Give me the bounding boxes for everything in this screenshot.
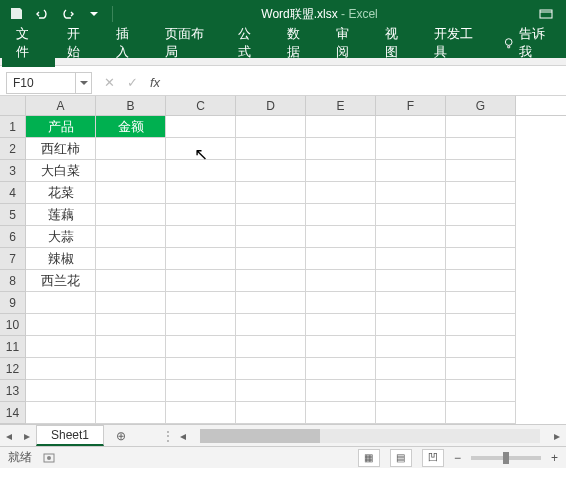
row-header[interactable]: 11 bbox=[0, 336, 26, 358]
row-header[interactable]: 1 bbox=[0, 116, 26, 138]
cell[interactable] bbox=[306, 292, 376, 314]
cell[interactable] bbox=[306, 138, 376, 160]
cell[interactable] bbox=[236, 226, 306, 248]
cell[interactable] bbox=[236, 204, 306, 226]
tab-review[interactable]: 审阅 bbox=[324, 19, 373, 67]
tab-view[interactable]: 视图 bbox=[373, 19, 422, 67]
cell[interactable]: 产品 bbox=[26, 116, 96, 138]
cell[interactable]: 大蒜 bbox=[26, 226, 96, 248]
cell[interactable] bbox=[96, 160, 166, 182]
cell[interactable] bbox=[446, 160, 516, 182]
cell[interactable] bbox=[96, 182, 166, 204]
cell[interactable] bbox=[26, 314, 96, 336]
cell[interactable] bbox=[446, 292, 516, 314]
cell[interactable] bbox=[446, 336, 516, 358]
add-sheet-icon[interactable]: ⊕ bbox=[110, 425, 132, 447]
cell[interactable]: 莲藕 bbox=[26, 204, 96, 226]
tab-home[interactable]: 开始 bbox=[55, 19, 104, 67]
zoom-slider-thumb[interactable] bbox=[503, 452, 509, 464]
cell[interactable] bbox=[96, 380, 166, 402]
column-header[interactable]: A bbox=[26, 96, 96, 115]
cell[interactable] bbox=[96, 138, 166, 160]
cell[interactable] bbox=[236, 248, 306, 270]
cell[interactable] bbox=[96, 336, 166, 358]
tell-me[interactable]: 告诉我 bbox=[495, 19, 564, 67]
cell[interactable] bbox=[96, 358, 166, 380]
view-normal-icon[interactable]: ▦ bbox=[358, 449, 380, 467]
cell[interactable] bbox=[376, 380, 446, 402]
cell[interactable]: 辣椒 bbox=[26, 248, 96, 270]
cell[interactable] bbox=[376, 204, 446, 226]
cell[interactable] bbox=[306, 182, 376, 204]
tab-layout[interactable]: 页面布局 bbox=[153, 19, 227, 67]
cell[interactable] bbox=[236, 380, 306, 402]
select-all-corner[interactable] bbox=[0, 96, 26, 115]
row-header[interactable]: 6 bbox=[0, 226, 26, 248]
row-header[interactable]: 13 bbox=[0, 380, 26, 402]
cell[interactable] bbox=[306, 226, 376, 248]
hscroll-track[interactable] bbox=[200, 429, 540, 443]
cell[interactable] bbox=[446, 116, 516, 138]
cell[interactable] bbox=[376, 160, 446, 182]
cell[interactable] bbox=[306, 314, 376, 336]
fx-icon[interactable]: fx bbox=[150, 75, 160, 90]
tab-insert[interactable]: 插入 bbox=[104, 19, 153, 67]
cell[interactable] bbox=[96, 226, 166, 248]
cell[interactable] bbox=[376, 248, 446, 270]
scroll-grip-icon[interactable]: ⋮ bbox=[162, 429, 174, 443]
hscroll-right-icon[interactable]: ▸ bbox=[548, 427, 566, 445]
cell[interactable] bbox=[446, 380, 516, 402]
column-header[interactable]: D bbox=[236, 96, 306, 115]
cell[interactable] bbox=[376, 314, 446, 336]
cell[interactable] bbox=[166, 248, 236, 270]
row-header[interactable]: 9 bbox=[0, 292, 26, 314]
sheet-tab[interactable]: Sheet1 bbox=[36, 425, 104, 446]
column-header[interactable]: B bbox=[96, 96, 166, 115]
cell[interactable] bbox=[166, 380, 236, 402]
cell[interactable] bbox=[376, 182, 446, 204]
cell[interactable] bbox=[446, 248, 516, 270]
row-header[interactable]: 2 bbox=[0, 138, 26, 160]
tab-formulas[interactable]: 公式 bbox=[226, 19, 275, 67]
row-header[interactable]: 3 bbox=[0, 160, 26, 182]
cell[interactable] bbox=[26, 336, 96, 358]
cell[interactable] bbox=[166, 160, 236, 182]
name-box-value[interactable]: F10 bbox=[7, 76, 75, 90]
cell[interactable] bbox=[166, 292, 236, 314]
hscroll-thumb[interactable] bbox=[200, 429, 320, 443]
cell[interactable] bbox=[236, 314, 306, 336]
hscroll-left-icon[interactable]: ◂ bbox=[174, 427, 192, 445]
cell[interactable] bbox=[446, 402, 516, 424]
cell[interactable] bbox=[26, 380, 96, 402]
cell[interactable] bbox=[306, 160, 376, 182]
cell[interactable] bbox=[166, 358, 236, 380]
row-header[interactable]: 7 bbox=[0, 248, 26, 270]
cell[interactable] bbox=[446, 182, 516, 204]
name-box[interactable]: F10 bbox=[6, 72, 92, 94]
cell[interactable] bbox=[446, 314, 516, 336]
cell[interactable] bbox=[236, 358, 306, 380]
cell[interactable] bbox=[236, 336, 306, 358]
file-tab[interactable]: 文件 bbox=[2, 19, 55, 67]
row-header[interactable]: 5 bbox=[0, 204, 26, 226]
cell[interactable] bbox=[96, 292, 166, 314]
cell[interactable] bbox=[306, 270, 376, 292]
cell[interactable] bbox=[166, 314, 236, 336]
cell[interactable] bbox=[306, 116, 376, 138]
cell[interactable] bbox=[166, 138, 236, 160]
cell[interactable] bbox=[306, 336, 376, 358]
zoom-in-icon[interactable]: + bbox=[551, 451, 558, 465]
cell[interactable]: 西兰花 bbox=[26, 270, 96, 292]
cell[interactable] bbox=[446, 138, 516, 160]
cell[interactable] bbox=[166, 402, 236, 424]
cell[interactable] bbox=[166, 182, 236, 204]
cell[interactable] bbox=[446, 358, 516, 380]
tab-developer[interactable]: 开发工具 bbox=[422, 19, 496, 67]
cell[interactable]: 西红柿 bbox=[26, 138, 96, 160]
cell[interactable] bbox=[306, 248, 376, 270]
cell[interactable] bbox=[96, 204, 166, 226]
cell[interactable] bbox=[96, 270, 166, 292]
cell[interactable] bbox=[236, 138, 306, 160]
cell[interactable] bbox=[306, 402, 376, 424]
zoom-slider[interactable] bbox=[471, 456, 541, 460]
